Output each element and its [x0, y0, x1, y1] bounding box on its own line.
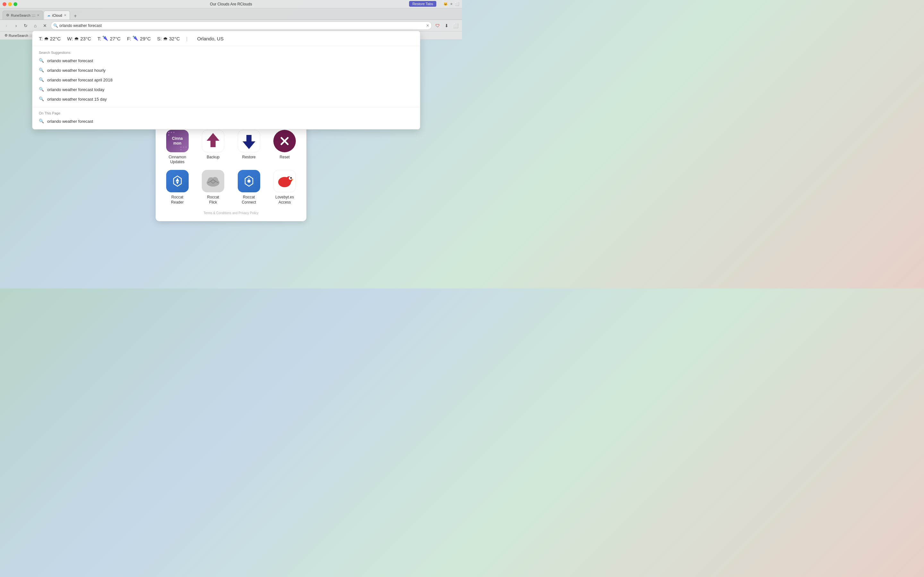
- cinnamon-label: Cinnamon Updates: [168, 155, 186, 165]
- app-roccat-flick[interactable]: Roccat Flick: [198, 170, 229, 205]
- reset-icon: [273, 130, 296, 152]
- weather-icon-t2: 🌂: [102, 35, 108, 41]
- tab-close-icon[interactable]: ✕: [37, 13, 39, 17]
- titlebar: Our Clouds Are RClouds Restore Tabs 🐱 ★ …: [0, 0, 462, 8]
- suggestion-item[interactable]: 🔍 orlando weather forecast today: [32, 85, 420, 94]
- roccat-connect-svg: [242, 174, 256, 188]
- roccat-reader-icon: [166, 170, 189, 192]
- traffic-lights: [3, 2, 17, 6]
- fullscreen-button[interactable]: [13, 2, 17, 6]
- roccat-reader-svg: [170, 174, 184, 188]
- tab-close-icon[interactable]: ✕: [64, 13, 66, 17]
- clear-address-icon[interactable]: ✕: [426, 23, 429, 28]
- app-grid: Cinnamon Cinnamon Updates Backup: [162, 130, 300, 205]
- svg-point-12: [247, 179, 250, 183]
- app-reset[interactable]: Reset: [270, 130, 300, 165]
- suggestions-header: Search Suggestions: [32, 49, 420, 56]
- search-suggestion-icon: 🔍: [39, 87, 44, 92]
- roccat-connect-label: Roccat Connect: [242, 195, 256, 205]
- lovebytes-svg: [275, 173, 294, 189]
- weather-icon-f: 🌂: [132, 35, 139, 41]
- app-backup[interactable]: Backup: [198, 130, 229, 165]
- on-this-page-header: On This Page: [32, 110, 420, 116]
- titlebar-right-controls: 🐱 ★ ⬜: [443, 2, 459, 6]
- weather-tuesday: T: 🌧 22°C: [39, 36, 61, 41]
- on-this-page-item[interactable]: 🔍 orlando weather forecast: [32, 116, 420, 126]
- search-suggestion-icon: 🔍: [39, 77, 44, 82]
- window-title: Our Clouds Are RClouds: [210, 2, 252, 6]
- on-this-page-section: On This Page 🔍 orlando weather forecast: [32, 107, 420, 129]
- stop-button[interactable]: ✕: [41, 22, 49, 29]
- roccat-flick-label: Roccat Flick: [207, 195, 219, 205]
- minimize-button[interactable]: [8, 2, 12, 6]
- app-roccat-reader[interactable]: Roccat Reader: [162, 170, 193, 205]
- backup-icon: [202, 130, 224, 152]
- footer-text: Terms & Conditions and Privacy Policy: [162, 211, 300, 215]
- download-icon[interactable]: ⬇: [443, 22, 451, 29]
- weather-bar: T: 🌧 22°C W: 🌧 23°C T: 🌂 27°C F: 🌂 29°C …: [32, 31, 420, 46]
- roccat-icon: 🐱: [443, 2, 448, 6]
- svg-marker-1: [242, 135, 255, 149]
- search-suggestions-section: Search Suggestions 🔍 orlando weather for…: [32, 46, 420, 107]
- weather-location: Orlando, US: [197, 36, 224, 41]
- back-button[interactable]: ‹: [3, 22, 10, 29]
- search-icon: 🔍: [53, 23, 58, 28]
- address-bar-wrapper: 🔍 ✕: [51, 21, 432, 30]
- tab-icloud[interactable]: ☁ iCloud ✕: [44, 11, 69, 19]
- app-lovebytes[interactable]: Lovebyt.es Access: [270, 170, 300, 205]
- restore-icon: [238, 130, 260, 152]
- window-icon[interactable]: ⬜: [452, 22, 459, 29]
- search-suggestion-icon: 🔍: [39, 58, 44, 63]
- svg-point-17: [290, 177, 292, 179]
- cinnamon-text: Cinnamon: [172, 136, 183, 145]
- app-restore[interactable]: Restore: [234, 130, 264, 165]
- address-input[interactable]: [51, 21, 432, 30]
- backup-arrow-svg: [207, 133, 220, 149]
- toolbar-right: 🛡 ⬇ ⬜: [434, 22, 459, 29]
- suggestion-item[interactable]: 🔍 orlando weather forecast hourly: [32, 65, 420, 75]
- backup-label: Backup: [207, 155, 220, 160]
- search-dropdown: T: 🌧 22°C W: 🌧 23°C T: 🌂 27°C F: 🌂 29°C …: [32, 31, 420, 129]
- shield-icon[interactable]: 🛡: [434, 22, 441, 29]
- svg-marker-7: [176, 182, 179, 184]
- weather-wednesday: W: 🌧 23°C: [67, 36, 91, 41]
- weather-temp-f: 29°C: [140, 36, 151, 41]
- lovebytes-label: Lovebyt.es Access: [275, 195, 294, 205]
- roccat-reader-label: Roccat Reader: [171, 195, 184, 205]
- svg-rect-6: [176, 181, 179, 181]
- home-button[interactable]: ⌂: [31, 22, 39, 29]
- reset-label: Reset: [280, 155, 290, 160]
- weather-icon-t1: 🌧: [44, 36, 49, 41]
- search-suggestion-icon: 🔍: [39, 68, 44, 73]
- tab-title: iCloud: [52, 13, 62, 17]
- suggestion-text: orlando weather forecast: [47, 58, 93, 63]
- close-button[interactable]: [3, 2, 6, 6]
- suggestion-item[interactable]: 🔍 orlando weather forecast: [32, 56, 420, 65]
- forward-button[interactable]: ›: [12, 22, 20, 29]
- tab-bar: ⚙ RuneSearch :::: ✕ ☁ iCloud ✕ +: [0, 8, 462, 20]
- svg-marker-13: [248, 178, 250, 179]
- tab-rune-search[interactable]: ⚙ RuneSearch :::: ✕: [3, 11, 43, 19]
- roccat-flick-svg: [205, 175, 221, 187]
- weather-saturday: S: 🌧 32°C: [157, 36, 180, 41]
- weather-icon-w: 🌧: [74, 36, 79, 41]
- weather-label-f: F:: [127, 36, 131, 41]
- weather-label-s: S:: [157, 36, 162, 41]
- expand-icon: ⬜: [455, 2, 459, 6]
- app-roccat-connect[interactable]: Roccat Connect: [234, 170, 264, 205]
- reload-button[interactable]: ↻: [22, 22, 29, 29]
- new-tab-button[interactable]: +: [72, 13, 79, 19]
- suggestion-item[interactable]: 🔍 orlando weather forecast april 2018: [32, 75, 420, 85]
- toolbar: ‹ › ↻ ⌂ ✕ 🔍 ✕ 🛡 ⬇ ⬜: [0, 20, 462, 31]
- suggestion-text: orlando weather forecast april 2018: [47, 77, 113, 82]
- restore-arrow-svg: [242, 133, 255, 149]
- on-this-page-text: orlando weather forecast: [47, 119, 93, 124]
- suggestion-item[interactable]: 🔍 orlando weather forecast 15 day: [32, 94, 420, 104]
- lovebytes-icon: [273, 170, 296, 192]
- restore-tabs-button[interactable]: Restore Tabs: [409, 1, 436, 7]
- weather-temp-w: 23°C: [80, 36, 91, 41]
- app-cinnamon-updates[interactable]: Cinnamon Cinnamon Updates: [162, 130, 193, 165]
- star-icon: ★: [450, 2, 453, 6]
- weather-label-w: W:: [67, 36, 73, 41]
- svg-marker-5: [176, 178, 179, 181]
